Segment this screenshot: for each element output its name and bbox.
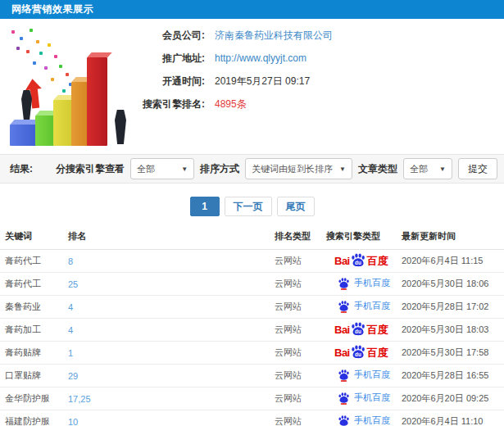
rank-type-cell: 云网站: [275, 319, 326, 342]
column-header: 排名: [68, 224, 275, 250]
info-value[interactable]: 济南秦鲁药业科技有限公司: [215, 29, 333, 43]
engine-filter-select[interactable]: 全部 ▼: [130, 158, 194, 179]
engine-cell: Bai du百度: [326, 319, 402, 342]
keyword-cell: 口罩贴牌: [0, 365, 68, 387]
column-header: 关键词: [0, 224, 68, 250]
svg-text:du: du: [355, 329, 361, 334]
table-row: 膏药代工8云网站Bai du百度2020年6月4日 11:15: [0, 250, 504, 273]
baidu-logo-text: Bai: [334, 347, 350, 358]
rank-type-cell: 云网站: [275, 365, 326, 387]
rank-cell[interactable]: 29: [68, 365, 275, 387]
businessman-figure: [21, 90, 32, 120]
pagination: 1 下一页 尾页: [0, 197, 504, 216]
mobile-baidu-label: 手机百度: [354, 369, 390, 381]
keyword-cell: 秦鲁药业: [0, 296, 68, 319]
info-label: 推广地址:: [148, 52, 205, 66]
chevron-down-icon: ▼: [439, 165, 446, 173]
rank-cell[interactable]: 25: [68, 273, 275, 296]
chevron-down-icon: ▼: [181, 165, 188, 173]
bar-chart-illustration: [2, 24, 145, 151]
rank-cell[interactable]: 8: [68, 250, 275, 273]
column-header: 排名类型: [275, 224, 326, 250]
rank-type-cell: 云网站: [275, 410, 326, 426]
baidu-paw-icon: du: [350, 344, 366, 362]
column-header: 搜索引擎类型: [326, 224, 402, 250]
info-section: 会员公司:济南秦鲁药业科技有限公司推广地址:http://www.qlyyjt.…: [0, 19, 504, 153]
baidu-paw-icon: [338, 277, 350, 290]
engine-cell: 手机百度: [326, 410, 402, 426]
filter-controls: 分搜索引擎查看 全部 ▼ 排序方式 关键词由短到长排序 ▼ 文章类型 全部 ▼ …: [56, 158, 497, 179]
filter-bar: 结果: 分搜索引擎查看 全部 ▼ 排序方式 关键词由短到长排序 ▼ 文章类型 全…: [0, 154, 504, 184]
mobile-baidu-label: 手机百度: [354, 300, 390, 312]
chart-bar-blue: [10, 125, 37, 146]
keyword-cell: 膏药加工: [0, 319, 68, 342]
title-bar: 网络营销效果展示: [0, 0, 504, 19]
table-row: 膏药代工25云网站 手机百度2020年5月30日 18:06: [0, 273, 504, 296]
mobile-baidu-logo: 手机百度: [338, 415, 390, 426]
baidu-paw-icon: [338, 392, 350, 405]
info-row: 开通时间:2019年5月27日 09:17: [148, 70, 504, 93]
info-row: 会员公司:济南秦鲁药业科技有限公司: [148, 24, 504, 47]
mobile-baidu-label: 手机百度: [354, 392, 390, 404]
update-time-cell: 2020年6月4日 11:15: [402, 250, 504, 273]
table-row: 金华防护服17,25云网站 手机百度2020年6月20日 09:25: [0, 387, 504, 410]
baidu-paw-icon: du: [350, 252, 366, 270]
baidu-logo: Bai du百度: [334, 252, 388, 270]
sort-filter-label: 排序方式: [200, 162, 239, 176]
table-row: 膏药贴牌1云网站Bai du百度2020年5月30日 17:58: [0, 342, 504, 365]
last-page-button[interactable]: 尾页: [277, 197, 315, 216]
keyword-cell: 福建防护服: [0, 410, 68, 426]
svg-text:du: du: [355, 351, 361, 357]
mobile-baidu-logo: 手机百度: [338, 277, 390, 290]
mobile-baidu-logo: 手机百度: [338, 369, 390, 382]
rank-cell[interactable]: 10: [68, 410, 275, 426]
rank-cell[interactable]: 4: [68, 319, 275, 342]
info-value: 2019年5月27日 09:17: [215, 75, 310, 88]
engine-cell: 手机百度: [326, 273, 402, 296]
keyword-cell: 膏药代工: [0, 250, 68, 273]
rank-cell[interactable]: 17,25: [68, 387, 275, 410]
chevron-down-icon: ▼: [339, 165, 346, 173]
baidu-logo: Bai du百度: [334, 344, 388, 362]
article-type-label: 文章类型: [358, 162, 397, 176]
rank-cell[interactable]: 4: [68, 296, 275, 319]
submit-button[interactable]: 提交: [458, 158, 497, 179]
info-row: 推广地址:http://www.qlyyjt.com: [148, 47, 504, 70]
engine-cell: 手机百度: [326, 387, 402, 410]
mobile-baidu-logo: 手机百度: [338, 392, 390, 405]
mobile-baidu-logo: 手机百度: [338, 300, 390, 313]
column-header: 最新更新时间: [402, 224, 504, 250]
baidu-paw-icon: [338, 369, 350, 382]
rank-type-cell: 云网站: [275, 387, 326, 410]
baidu-paw-icon: [338, 415, 350, 426]
rank-type-cell: 云网站: [275, 273, 326, 296]
rank-type-cell: 云网站: [275, 296, 326, 319]
info-value: 4895条: [215, 97, 247, 111]
baidu-logo: Bai du百度: [334, 321, 388, 339]
info-value[interactable]: http://www.qlyyjt.com: [215, 52, 306, 64]
baidu-paw-icon: [338, 300, 350, 313]
update-time-cell: 2020年5月28日 17:02: [402, 296, 504, 319]
rank-type-cell: 云网站: [275, 250, 326, 273]
rank-cell[interactable]: 1: [68, 342, 275, 365]
keyword-cell: 膏药贴牌: [0, 342, 68, 365]
keyword-ranking-table: 关键词排名排名类型搜索引擎类型最新更新时间 膏药代工8云网站Bai du百度20…: [0, 224, 504, 426]
info-label: 会员公司:: [148, 29, 205, 43]
info-label: 开通时间:: [148, 75, 205, 88]
page-1-button[interactable]: 1: [190, 197, 220, 216]
sort-filter-select[interactable]: 关键词由短到长排序 ▼: [245, 158, 352, 179]
chart-bar-red: [87, 57, 107, 146]
update-time-cell: 2020年6月4日 11:10: [402, 410, 504, 426]
update-time-cell: 2020年5月28日 16:55: [402, 365, 504, 387]
member-info-list: 会员公司:济南秦鲁药业科技有限公司推广地址:http://www.qlyyjt.…: [148, 19, 504, 116]
page-title: 网络营销效果展示: [11, 2, 93, 16]
article-type-select[interactable]: 全部 ▼: [403, 158, 452, 179]
engine-cell: 手机百度: [326, 365, 402, 387]
update-time-cell: 2020年5月30日 17:58: [402, 342, 504, 365]
update-time-cell: 2020年6月20日 09:25: [402, 387, 504, 410]
next-page-button[interactable]: 下一页: [225, 197, 272, 216]
result-label: 结果:: [10, 162, 33, 176]
engine-filter-label: 分搜索引擎查看: [56, 162, 125, 176]
update-time-cell: 2020年5月30日 18:03: [402, 319, 504, 342]
table-header-row: 关键词排名排名类型搜索引擎类型最新更新时间: [0, 224, 504, 250]
